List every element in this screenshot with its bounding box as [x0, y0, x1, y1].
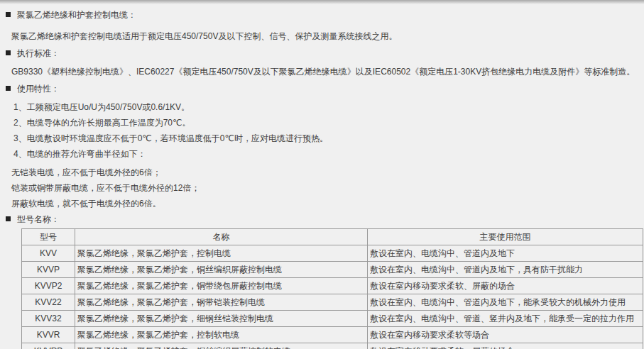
cell-name: 聚氯乙烯绝缘，聚氯乙烯护套，铜丝编织屏蔽控制电缆 — [75, 262, 368, 278]
col-header-usage: 主要使用范围 — [368, 229, 643, 245]
cell-usage: 敷设在室内、电缆沟中、管道内及地下，能承受较大的机械外力使用 — [368, 294, 643, 311]
cell-name: 聚氯乙烯绝缘，聚氯乙烯护套，铜带绕包屏蔽控制电缆 — [75, 278, 368, 294]
models-heading-line: 型号名称： — [0, 211, 644, 227]
table-row: KVVP 聚氯乙烯绝缘，聚氯乙烯护套，铜丝编织屏蔽控制电缆 敷设在室内、电缆沟中… — [22, 262, 643, 278]
feature-item-4: 4、电缆的推荐允许弯曲半径如下： — [0, 146, 644, 162]
table-row: KVVP2 聚氯乙烯绝缘，聚氯乙烯护套，铜带绕包屏蔽控制电缆 敷设在室内移动要求… — [22, 278, 643, 294]
feature-item-3: 3、电缆敷设时环境温度应不低于0℃，若环境温度低于0℃时，应对电缆进行预热。 — [0, 131, 644, 146]
cell-name: 聚氯乙烯绝缘，聚氯乙烯护套，钢带铠装控制电缆 — [75, 294, 368, 311]
cell-model: KVV22 — [22, 294, 75, 311]
features-heading: 使用特性： — [17, 84, 60, 94]
bullet-square-icon — [6, 216, 11, 221]
table-row: KVVR 聚氯乙烯绝缘，聚氯乙烯护套，控制软电缆 敷设在室内移动要求柔软等场合 — [22, 327, 643, 343]
standards-heading: 执行标准： — [17, 48, 60, 58]
cell-name: 聚氯乙烯绝缘，聚氯乙烯护套，控制软电缆 — [75, 327, 368, 343]
table-row: KVV 聚氯乙烯绝缘，聚氯乙烯护套，控制电缆 敷设在室内、电缆沟中、管道内及地下 — [22, 245, 643, 262]
document-content: 聚氯乙烯绝缘和护套控制电缆： 聚氯乙烯绝缘和护套控制电缆适用于额定电压450/7… — [0, 4, 644, 349]
bullet-square-icon — [6, 12, 11, 17]
cell-usage: 敷设在室内、电缆沟中、管道内及地下 — [368, 245, 643, 262]
standards-heading-line: 执行标准： — [0, 45, 644, 61]
intro-heading-line: 聚氯乙烯绝缘和护套控制电缆： — [0, 7, 644, 23]
cell-usage: 敷设在室内、电缆沟中、管道内及地下，具有防干扰能力 — [368, 262, 643, 278]
models-heading: 型号名称： — [17, 214, 60, 224]
standards-body: GB9330《塑料绝缘控制电缆》、IEC60227《额定电压450/750V及以… — [0, 64, 644, 79]
table-row: KVVRP 聚氯乙烯绝缘，聚氯乙烯护套，铜丝编织屏蔽控制软电缆 敷设在室内移动要… — [22, 343, 643, 349]
cell-name: 聚氯乙烯绝缘，聚氯乙烯护套，铜丝编织屏蔽控制软电缆 — [75, 343, 368, 349]
bullet-square-icon — [6, 86, 11, 91]
table-row: KVV22 聚氯乙烯绝缘，聚氯乙烯护套，钢带铠装控制电缆 敷设在室内、电缆沟中、… — [22, 294, 643, 311]
bend-rule-3: 屏蔽软电缆，就不低于电缆外径的6倍。 — [0, 196, 644, 211]
table-header-row: 型号 名称 主要使用范围 — [22, 229, 643, 245]
feature-item-2: 2、电缆导体的允许长期最高工作温度为70℃。 — [0, 115, 644, 131]
cell-name: 聚氯乙烯绝缘，聚氯乙烯护套，控制电缆 — [75, 245, 368, 262]
cell-model: KVVR — [22, 327, 75, 343]
cell-model: KVV32 — [22, 311, 75, 327]
col-header-model: 型号 — [22, 229, 75, 245]
intro-heading: 聚氯乙烯绝缘和护套控制电缆： — [17, 10, 136, 20]
features-heading-line: 使用特性： — [0, 81, 644, 96]
cell-model: KVVP2 — [22, 278, 75, 294]
feature-item-1: 1、工频额定电压Uo/U为450/750V或0.6/1KV。 — [0, 99, 644, 115]
cell-model: KVV — [22, 245, 75, 262]
cell-model: KVVP — [22, 262, 75, 278]
col-header-name: 名称 — [75, 229, 368, 245]
bullet-square-icon — [6, 50, 11, 55]
models-table: 型号 名称 主要使用范围 KVV 聚氯乙烯绝缘，聚氯乙烯护套，控制电缆 敷设在室… — [21, 228, 643, 349]
cell-name: 聚氯乙烯绝缘，聚氯乙烯护套，细钢丝铠装控制电缆 — [75, 311, 368, 327]
bend-rule-1: 无铠装电缆，应不低于电缆外径的6倍； — [0, 165, 644, 180]
cell-usage: 敷设在室内移动要求柔软等场合 — [368, 327, 643, 343]
cell-model: KVVRP — [22, 343, 75, 349]
bend-rule-2: 铠装或铜带屏蔽电缆，应不低于电缆外径的12倍； — [0, 180, 644, 196]
cell-usage: 敷设在室内移动要求柔软、屏蔽的场合 — [368, 343, 643, 349]
cell-usage: 敷设在室内移动要求柔软、屏蔽的场合 — [368, 278, 643, 294]
table-row: KVV32 聚氯乙烯绝缘，聚氯乙烯护套，细钢丝铠装控制电缆 敷设在室内、电缆沟中… — [22, 311, 643, 327]
cell-usage: 敷设在室内、电缆沟中、管道、竖井内及地下，能承受一定的拉力作用 — [368, 311, 643, 327]
intro-body: 聚氯乙烯绝缘和护套控制电缆适用于额定电压450/750V及以下控制、信号、保护及… — [0, 28, 644, 44]
